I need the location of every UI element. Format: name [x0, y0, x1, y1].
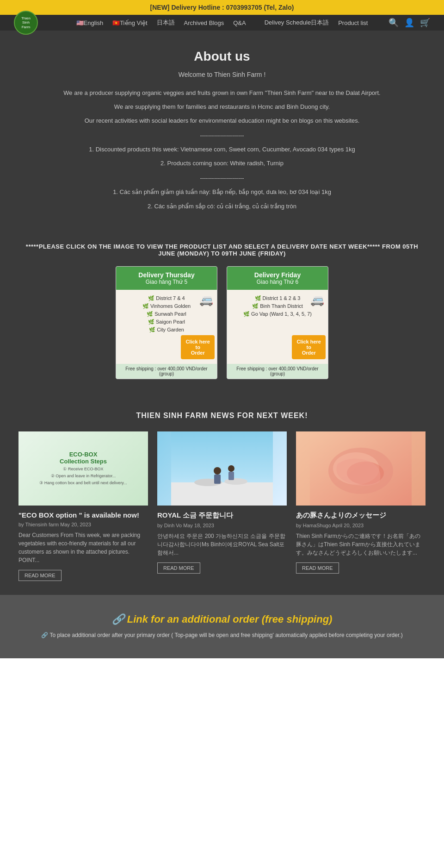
- card-day-vn-thu: Giao hàng Thứ 5: [121, 279, 212, 285]
- order-btn-thu[interactable]: Click heretoOrder: [181, 335, 215, 359]
- about-desc1: We are a producer supplying organic vegg…: [37, 88, 407, 98]
- nav-right: 🔍 👤 🛒: [388, 18, 430, 28]
- logo[interactable]: Thien Sinh Farm: [14, 11, 38, 35]
- click-notice: *****PLEASE CLICK ON THE IMAGE TO VIEW T…: [18, 243, 426, 257]
- news-title-ecobox: "ECO BOX option " is available now!: [18, 511, 148, 519]
- footer-title: 🔗 Link for an additional order (free shi…: [28, 613, 416, 625]
- district-item: District 7 & 4: [121, 294, 212, 302]
- news-card-salt: ROYAL 소금 주문합니다 by Dinh Vo May 18, 2023 안…: [157, 431, 287, 581]
- logo-text: Thien Sinh Farm: [21, 16, 31, 30]
- search-icon[interactable]: 🔍: [388, 18, 399, 28]
- footer-emoji: 🔗: [41, 632, 49, 638]
- main-content: About us Welcome to Thien Sinh Farm ! We…: [0, 31, 444, 658]
- top-banner: [NEW] Delivery Hotline : 0703993705 (Tel…: [0, 0, 444, 15]
- read-more-ecobox[interactable]: READ MORE: [18, 570, 62, 581]
- nav-link-delivery-schedule[interactable]: Delivey Schedule日本語: [265, 19, 329, 27]
- about-list: 1. Discounted products this week: Vietna…: [37, 144, 407, 211]
- about-title: About us: [37, 49, 407, 64]
- news-heading: THIEN SINH FARM NEWS FOR NEXT WEEK!: [18, 412, 426, 420]
- news-meta-salt: by Dinh Vo May 18, 2023: [157, 523, 287, 528]
- district-item: Vinhomes Golden: [121, 302, 212, 310]
- about-item-1: 2. Products coming soon: White radish, T…: [37, 158, 407, 169]
- card-footer-fri: Free shipping : over 400,000 VND/order (…: [227, 364, 328, 379]
- district-item: Go Vap (Ward 1, 3, 4, 5, 7): [232, 310, 323, 318]
- card-footer-thu: Free shipping : over 400,000 VND/order (…: [116, 364, 217, 379]
- nav-link-product-list[interactable]: Product list: [338, 19, 368, 26]
- nav-link-japanese[interactable]: 日本語: [157, 19, 175, 27]
- svg-rect-1: [171, 482, 273, 506]
- read-more-salt[interactable]: READ MORE: [157, 562, 200, 574]
- card-body-thu: 🚐 District 7 & 4 Vinhomes Golden Sunwah …: [116, 290, 217, 364]
- banner-text: [NEW] Delivery Hotline : 0703993705 (Tel…: [150, 4, 294, 11]
- about-welcome: Welcome to Thien Sinh Farm !: [37, 69, 407, 81]
- news-card-pork: あの豚さんよりのメッセージ by HamaShugo April 20, 202…: [296, 431, 426, 581]
- about-item-0: 1. Discounted products this week: Vietna…: [37, 144, 407, 155]
- news-card-ecobox: ECO-BOXCollection Steps① Receive ECO-BOX…: [18, 431, 148, 581]
- about-section: About us Welcome to Thien Sinh Farm ! We…: [0, 31, 444, 234]
- nav-link-archived-blogs[interactable]: Archived Blogs: [184, 19, 224, 26]
- news-image-salt[interactable]: [157, 431, 287, 506]
- news-title-pork: あの豚さんよりのメッセージ: [296, 511, 426, 520]
- card-body-fri: 🚐 District 1 & 2 & 3 Binh Thanh District…: [227, 290, 328, 364]
- news-title-salt: ROYAL 소금 주문합니다: [157, 511, 287, 520]
- divider1: ----------------------: [37, 131, 407, 141]
- about-item-2: 1. Các sản phẩm giảm giá tuần này: Bắp n…: [37, 187, 407, 197]
- about-desc3: Our recent activities with social leader…: [37, 116, 407, 126]
- card-header-thu: Delivery Thursday Giao hàng Thứ 5: [116, 267, 217, 290]
- district-item: City Garden: [121, 326, 212, 334]
- about-desc2: We are supplying them for families and r…: [37, 102, 407, 112]
- news-excerpt-ecobox: Dear Customers From This week, we are pa…: [18, 531, 148, 564]
- nav-link-english[interactable]: 🇺🇸English: [76, 19, 104, 26]
- district-item: Sunwah Pearl: [121, 310, 212, 318]
- news-meta-ecobox: by Thiensinh farm May 20, 2023: [18, 522, 148, 527]
- truck-icon-fri: 🚐: [310, 293, 324, 306]
- delivery-card-thursday[interactable]: Delivery Thursday Giao hàng Thứ 5 🚐 Dist…: [116, 266, 217, 379]
- navigation: Thien Sinh Farm 🇺🇸English 🇻🇳Tiếng Việt 日…: [0, 15, 444, 31]
- svg-rect-5: [214, 475, 221, 484]
- order-btn-fri[interactable]: Click heretoOrder: [292, 335, 326, 359]
- login-icon[interactable]: 👤: [404, 18, 414, 28]
- news-excerpt-salt: 안녕하세요 주문은 200 가능하신지요 소금을 주문합니다감사합니다이Ms B…: [157, 532, 287, 557]
- news-grid: ECO-BOXCollection Steps① Receive ECO-BOX…: [18, 431, 426, 581]
- logo-circle: Thien Sinh Farm: [14, 11, 38, 35]
- click-section: *****PLEASE CLICK ON THE IMAGE TO VIEW T…: [0, 234, 444, 398]
- nav-link-qa[interactable]: Q&A: [233, 19, 246, 26]
- nav-link-vietnamese[interactable]: 🇻🇳Tiếng Việt: [112, 19, 147, 26]
- divider2: ----------------------: [37, 173, 407, 183]
- news-author-ecobox: by: [18, 522, 25, 527]
- about-item-3: 2. Các sản phẩm sắp có: củ cải trắng, củ…: [37, 201, 407, 212]
- district-list-thu: District 7 & 4 Vinhomes Golden Sunwah Pe…: [121, 294, 212, 334]
- nav-row: Thien Sinh Farm 🇺🇸English 🇻🇳Tiếng Việt 日…: [9, 19, 435, 27]
- truck-icon-thu: 🚐: [199, 293, 213, 306]
- cart-icon[interactable]: 🛒: [420, 18, 430, 28]
- nav-links: 🇺🇸English 🇻🇳Tiếng Việt 日本語 Archived Blog…: [76, 19, 368, 27]
- news-section: THIEN SINH FARM NEWS FOR NEXT WEEK! ECO-…: [0, 398, 444, 595]
- news-image-ecobox[interactable]: ECO-BOXCollection Steps① Receive ECO-BOX…: [18, 431, 148, 506]
- footer-description: 🔗 To place additional order after your p…: [28, 631, 416, 640]
- svg-point-6: [228, 465, 234, 472]
- news-image-pork[interactable]: [296, 431, 426, 506]
- district-item: Saigon Pearl: [121, 318, 212, 326]
- card-header-fri: Delivery Friday Giao hàng Thứ 6: [227, 267, 328, 290]
- footer-banner: 🔗 Link for an additional order (free shi…: [0, 595, 444, 658]
- card-day-thu: Delivery Thursday: [121, 271, 212, 279]
- svg-point-4: [214, 467, 221, 475]
- svg-point-3: [224, 478, 247, 485]
- district-item: District 1 & 2 & 3: [232, 294, 323, 302]
- card-day-fri: Delivery Friday: [232, 271, 323, 279]
- read-more-pork[interactable]: READ MORE: [296, 562, 339, 574]
- delivery-card-friday[interactable]: Delivery Friday Giao hàng Thứ 6 🚐 Distri…: [227, 266, 328, 379]
- news-excerpt-pork: Thien Sinh Farmからのご連絡です！お名前「あの豚さん」はThien…: [296, 532, 426, 557]
- svg-rect-7: [228, 472, 234, 480]
- district-list-fri: District 1 & 2 & 3 Binh Thanh District G…: [232, 294, 323, 318]
- delivery-cards: Delivery Thursday Giao hàng Thứ 5 🚐 Dist…: [18, 266, 426, 379]
- card-day-vn-fri: Giao hàng Thứ 6: [232, 279, 323, 285]
- footer-link-icon: 🔗: [112, 613, 124, 625]
- news-meta-pork: by HamaShugo April 20, 2023: [296, 523, 426, 528]
- district-item: Binh Thanh District: [232, 302, 323, 310]
